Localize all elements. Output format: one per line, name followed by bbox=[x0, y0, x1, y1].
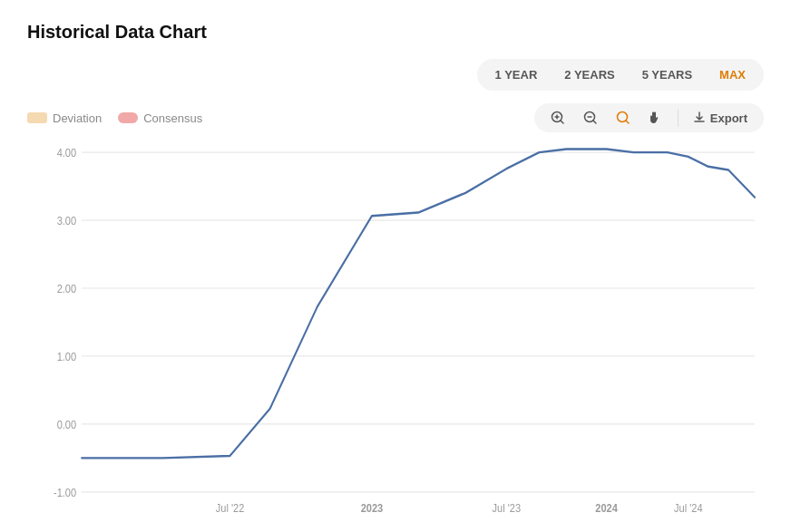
chart-line bbox=[82, 149, 755, 458]
svg-text:1.00: 1.00 bbox=[57, 350, 77, 363]
deviation-label: Deviation bbox=[53, 111, 102, 125]
legend: Deviation Consensus bbox=[27, 111, 202, 125]
chart-tools: Export bbox=[534, 103, 764, 132]
main-container: Historical Data Chart 1 YEAR 2 YEARS 5 Y… bbox=[0, 0, 791, 532]
legend-deviation: Deviation bbox=[27, 111, 102, 125]
magnify-button[interactable] bbox=[609, 107, 638, 129]
legend-consensus: Consensus bbox=[118, 111, 202, 125]
svg-line-8 bbox=[626, 121, 629, 123]
time-btn-1year[interactable]: 1 YEAR bbox=[483, 63, 551, 87]
tools-divider bbox=[678, 109, 679, 127]
toolbar-row: 1 YEAR 2 YEARS 5 YEARS MAX bbox=[27, 59, 764, 91]
export-button[interactable]: Export bbox=[686, 108, 755, 129]
svg-text:2024: 2024 bbox=[595, 501, 618, 514]
legend-tools-row: Deviation Consensus bbox=[27, 103, 764, 132]
time-period-selector: 1 YEAR 2 YEARS 5 YEARS MAX bbox=[477, 59, 764, 91]
svg-text:4.00: 4.00 bbox=[57, 146, 77, 160]
svg-text:0.00: 0.00 bbox=[57, 418, 77, 431]
svg-text:Jul '24: Jul '24 bbox=[674, 501, 703, 514]
consensus-label: Consensus bbox=[143, 111, 202, 125]
svg-text:2023: 2023 bbox=[361, 501, 384, 514]
consensus-swatch bbox=[118, 112, 138, 123]
chart-svg: 4.00 3.00 2.00 1.00 0.00 -1.00 Jul '22 2… bbox=[36, 141, 764, 514]
svg-line-3 bbox=[561, 121, 563, 123]
zoom-out-button[interactable] bbox=[576, 107, 605, 129]
deviation-swatch bbox=[27, 112, 47, 123]
export-label: Export bbox=[710, 111, 747, 125]
page-title: Historical Data Chart bbox=[27, 22, 764, 43]
chart-area: 4.00 3.00 2.00 1.00 0.00 -1.00 Jul '22 2… bbox=[36, 141, 764, 514]
time-btn-max[interactable]: MAX bbox=[707, 63, 758, 87]
time-btn-2years[interactable]: 2 YEARS bbox=[552, 63, 627, 87]
svg-text:-1.00: -1.00 bbox=[54, 486, 76, 499]
hand-tool-button[interactable] bbox=[641, 107, 670, 129]
svg-line-6 bbox=[593, 121, 596, 123]
zoom-in-button[interactable] bbox=[543, 107, 572, 129]
svg-text:Jul '23: Jul '23 bbox=[493, 501, 522, 514]
time-btn-5years[interactable]: 5 YEARS bbox=[630, 63, 705, 87]
svg-text:3.00: 3.00 bbox=[57, 214, 77, 227]
svg-text:2.00: 2.00 bbox=[57, 282, 77, 295]
svg-text:Jul '22: Jul '22 bbox=[216, 501, 245, 514]
